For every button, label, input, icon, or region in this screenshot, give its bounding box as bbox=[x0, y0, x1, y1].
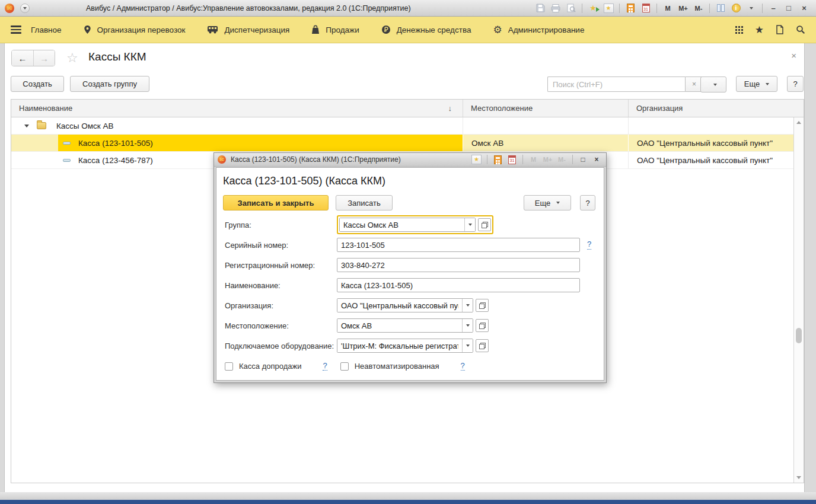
help-button[interactable]: ? bbox=[787, 76, 804, 92]
dialog-maximize-button[interactable]: □ bbox=[577, 154, 589, 165]
split-window-icon[interactable] bbox=[713, 2, 728, 14]
titlebar-toolbar: ★ ★ 31 M M+ M- i – □ × bbox=[533, 2, 811, 14]
memory-minus-button[interactable]: M- bbox=[691, 2, 706, 14]
chevron-down-icon bbox=[556, 202, 560, 204]
save-and-close-button[interactable]: Записать и закрыть bbox=[223, 195, 329, 210]
sort-descending-icon[interactable]: ↓ bbox=[448, 104, 452, 113]
calendar-icon[interactable]: 31 bbox=[639, 2, 653, 14]
organization-dropdown-button[interactable] bbox=[462, 299, 473, 312]
field-label: Регистрационный номер: bbox=[225, 261, 337, 270]
favorite-star-icon[interactable]: ☆ bbox=[66, 50, 78, 66]
info-dropdown[interactable] bbox=[744, 2, 758, 14]
upsale-help-link[interactable]: ? bbox=[323, 362, 327, 371]
group-dropdown-button[interactable] bbox=[464, 218, 475, 231]
dialog-buttons: Записать и закрыть Записать Еще ? bbox=[223, 195, 595, 210]
equipment-ref-field bbox=[337, 339, 473, 353]
favorites-icon[interactable]: ★ bbox=[601, 2, 616, 14]
maximize-button[interactable]: □ bbox=[782, 2, 796, 14]
dialog-more-button[interactable]: Еще bbox=[524, 195, 571, 210]
ruble-icon bbox=[381, 25, 391, 34]
name-input[interactable] bbox=[337, 278, 580, 292]
section-main[interactable]: Главное bbox=[31, 25, 62, 34]
memory-minus-button: M- bbox=[556, 154, 568, 165]
table-row-group[interactable]: Кассы Омск АВ bbox=[11, 117, 804, 135]
search-settings-button[interactable] bbox=[700, 76, 726, 92]
non-automated-help-link[interactable]: ? bbox=[461, 362, 465, 371]
field-label: Серийный номер: bbox=[225, 241, 337, 250]
create-group-button[interactable]: Создать группу bbox=[70, 76, 149, 92]
close-button[interactable]: × bbox=[797, 2, 811, 14]
column-header-location[interactable]: Местоположение bbox=[463, 100, 629, 117]
create-button[interactable]: Создать bbox=[11, 76, 64, 92]
equipment-input[interactable] bbox=[337, 339, 462, 352]
search-icon[interactable] bbox=[796, 25, 805, 34]
nav-history-group: ← → bbox=[11, 50, 55, 66]
group-input[interactable] bbox=[340, 218, 464, 231]
equipment-open-button[interactable] bbox=[476, 339, 489, 352]
dialog-help-button[interactable]: ? bbox=[580, 195, 595, 210]
calculator-icon[interactable] bbox=[492, 154, 504, 165]
memory-plus-button[interactable]: M+ bbox=[676, 2, 690, 14]
memory-button[interactable]: M bbox=[661, 2, 675, 14]
separator bbox=[572, 155, 573, 164]
open-icon bbox=[479, 302, 486, 309]
equipment-dropdown-button[interactable] bbox=[462, 339, 473, 352]
favorites-star-icon[interactable]: ★ bbox=[755, 25, 764, 35]
expand-collapse-icon[interactable] bbox=[24, 125, 29, 127]
section-dispatching[interactable]: Диспетчеризация bbox=[207, 25, 289, 34]
section-label: Администрирование bbox=[508, 25, 585, 34]
scroll-down-icon[interactable] bbox=[796, 476, 801, 479]
page-header: ← → ☆ Кассы ККМ × bbox=[5, 43, 804, 73]
location-input[interactable] bbox=[337, 319, 462, 332]
column-header-name[interactable]: Наименование ↓ bbox=[11, 100, 463, 117]
calculator-icon[interactable] bbox=[623, 2, 638, 14]
registration-input[interactable] bbox=[337, 258, 580, 272]
save-button[interactable]: Записать bbox=[336, 195, 393, 210]
minimize-button[interactable]: – bbox=[766, 2, 780, 14]
field-row-registration: Регистрационный номер: bbox=[225, 257, 604, 273]
back-button[interactable]: ← bbox=[12, 50, 33, 66]
taskbar-edge bbox=[0, 500, 816, 504]
scroll-up-icon[interactable] bbox=[796, 121, 801, 124]
organization-input[interactable] bbox=[337, 299, 462, 312]
location-dropdown-button[interactable] bbox=[462, 319, 473, 332]
kkm-item-icon bbox=[63, 142, 71, 145]
all-functions-icon[interactable] bbox=[735, 26, 743, 34]
add-favorite-icon[interactable]: ★ bbox=[586, 2, 600, 14]
main-menu-icon[interactable] bbox=[11, 25, 21, 34]
search-group: × bbox=[547, 76, 703, 92]
section-administration[interactable]: ⚙ Администрирование bbox=[493, 25, 584, 35]
window-frame-left bbox=[0, 43, 5, 500]
section-transport-organization[interactable]: Организация перевозок bbox=[84, 25, 186, 34]
calendar-icon[interactable]: 31 bbox=[506, 154, 518, 165]
history-icon[interactable] bbox=[776, 25, 784, 34]
menubar-tools: ★ bbox=[735, 25, 805, 35]
serial-input[interactable] bbox=[337, 238, 580, 252]
chevron-down-icon bbox=[466, 344, 470, 347]
forward-button[interactable]: → bbox=[33, 50, 55, 66]
field-label: Местоположение: bbox=[225, 321, 337, 330]
favorites-icon[interactable]: ★ bbox=[470, 154, 483, 165]
info-icon[interactable]: i bbox=[729, 2, 743, 14]
upsale-checkbox[interactable] bbox=[225, 362, 233, 371]
location-open-button[interactable] bbox=[476, 319, 489, 332]
dialog-close-button[interactable]: × bbox=[591, 154, 603, 165]
save-icon bbox=[533, 2, 547, 14]
non-automated-checkbox[interactable] bbox=[340, 362, 349, 371]
section-money[interactable]: Денежные средства bbox=[381, 25, 471, 34]
vertical-scrollbar[interactable] bbox=[793, 117, 804, 483]
table-row[interactable]: Касса (123-101-505) Омск АВ ОАО "Централ… bbox=[11, 135, 804, 152]
close-form-icon[interactable]: × bbox=[791, 50, 796, 60]
search-input[interactable] bbox=[547, 76, 685, 92]
dialog-titlebar[interactable]: 1С Касса (123-101-505) (Касса ККМ) (1С:П… bbox=[214, 153, 606, 167]
section-sales[interactable]: Продажи bbox=[311, 25, 359, 34]
organization-open-button[interactable] bbox=[476, 299, 489, 312]
group-open-button[interactable] bbox=[478, 218, 491, 231]
scrollbar-thumb[interactable] bbox=[796, 328, 802, 343]
column-header-organization[interactable]: Организация bbox=[629, 100, 793, 117]
window-title: Авибус / Администратор / Авибус:Управлен… bbox=[86, 4, 411, 12]
bag-icon bbox=[311, 25, 320, 34]
more-button[interactable]: Еще bbox=[736, 76, 777, 92]
system-menu-button[interactable] bbox=[20, 4, 30, 13]
serial-help-link[interactable]: ? bbox=[587, 240, 591, 249]
